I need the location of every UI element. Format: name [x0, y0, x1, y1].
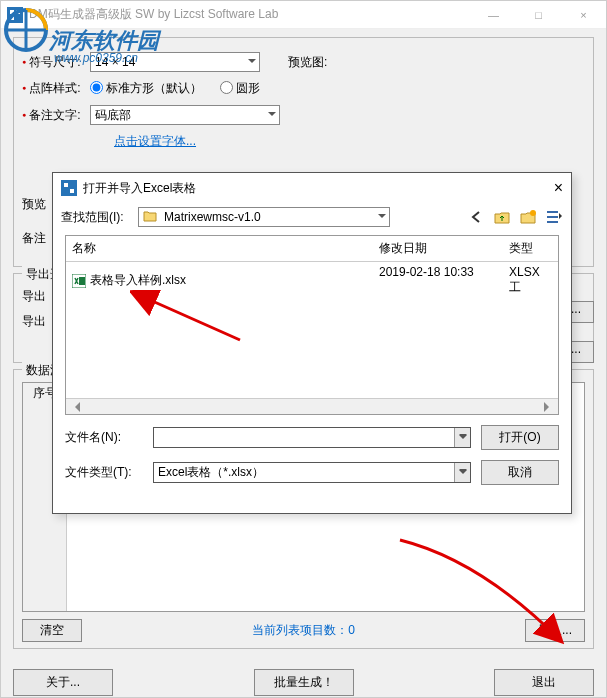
xlsx-icon: [72, 274, 86, 288]
note-text-label: 备注文字:: [22, 107, 90, 124]
svg-rect-15: [79, 277, 85, 285]
export-row-1: 导出: [22, 288, 46, 305]
note-position-select[interactable]: 码底部: [90, 105, 280, 125]
filetype-select[interactable]: Excel表格（*.xlsx）: [153, 462, 471, 483]
preview2-label: 预览: [22, 196, 46, 213]
svg-rect-9: [70, 189, 74, 193]
watermark-logo: 河东软件园 www.pc0359.cn: [2, 6, 159, 65]
filetype-label: 文件类型(T):: [65, 464, 143, 481]
note2-label: 备注: [22, 230, 46, 247]
svg-rect-8: [64, 183, 68, 187]
horizontal-scrollbar[interactable]: [66, 398, 558, 414]
import-button[interactable]: 导入...: [525, 619, 585, 642]
up-folder-icon[interactable]: [493, 208, 511, 226]
file-open-dialog: 打开并导入Excel表格 × 查找范围(I): Matrixewmsc-v1.0…: [52, 172, 572, 514]
list-count-status: 当前列表项目数：0: [252, 622, 355, 639]
dialog-title: 打开并导入Excel表格: [83, 180, 554, 197]
filename-label: 文件名(N):: [65, 429, 143, 446]
look-in-select[interactable]: Matrixewmsc-v1.0: [138, 207, 390, 227]
pattern-radio-circle[interactable]: 圆形: [220, 80, 260, 97]
close-window-button[interactable]: ×: [561, 1, 606, 29]
view-menu-icon[interactable]: [545, 208, 563, 226]
cancel-button[interactable]: 取消: [481, 460, 559, 485]
back-icon[interactable]: [467, 208, 485, 226]
dialog-close-button[interactable]: ×: [554, 179, 563, 197]
file-list[interactable]: 名称 修改日期 类型 表格导入样例.xlsx 2019-02-18 10:33 …: [65, 235, 559, 415]
logo-text: 河东软件园: [49, 28, 159, 53]
svg-point-10: [530, 210, 536, 216]
folder-icon: [143, 209, 157, 223]
font-settings-link[interactable]: 点击设置字体...: [114, 133, 196, 150]
export-row-2: 导出: [22, 313, 46, 330]
file-type: XLSX 工: [503, 262, 558, 299]
filename-input[interactable]: [153, 427, 471, 448]
file-name: 表格导入样例.xlsx: [90, 272, 186, 289]
minimize-button[interactable]: —: [471, 1, 516, 29]
col-name-header[interactable]: 名称: [66, 236, 373, 261]
preview-label: 预览图:: [288, 54, 327, 71]
side-button-2[interactable]: ...: [570, 341, 594, 363]
pattern-radio-square[interactable]: 标准方形（默认）: [90, 80, 202, 97]
maximize-button[interactable]: □: [516, 1, 561, 29]
svg-rect-12: [547, 216, 558, 218]
svg-rect-7: [61, 180, 77, 196]
clear-button[interactable]: 清空: [22, 619, 82, 642]
file-list-header: 名称 修改日期 类型: [66, 236, 558, 262]
file-date: 2019-02-18 10:33: [373, 262, 503, 299]
dialog-icon: [61, 180, 77, 196]
pattern-label: 点阵样式:: [22, 80, 90, 97]
new-folder-icon[interactable]: [519, 208, 537, 226]
batch-generate-button[interactable]: 批量生成！: [254, 669, 354, 696]
svg-rect-13: [547, 221, 558, 223]
side-button-1[interactable]: ...: [570, 301, 594, 323]
file-row[interactable]: 表格导入样例.xlsx 2019-02-18 10:33 XLSX 工: [66, 262, 558, 299]
svg-rect-11: [547, 211, 558, 213]
about-button[interactable]: 关于...: [13, 669, 113, 696]
col-date-header[interactable]: 修改日期: [373, 236, 503, 261]
logo-url: www.pc0359.cn: [54, 51, 159, 65]
look-in-label: 查找范围(I):: [61, 209, 124, 226]
open-button[interactable]: 打开(O): [481, 425, 559, 450]
exit-button[interactable]: 退出: [494, 669, 594, 696]
col-type-header[interactable]: 类型: [503, 236, 558, 261]
